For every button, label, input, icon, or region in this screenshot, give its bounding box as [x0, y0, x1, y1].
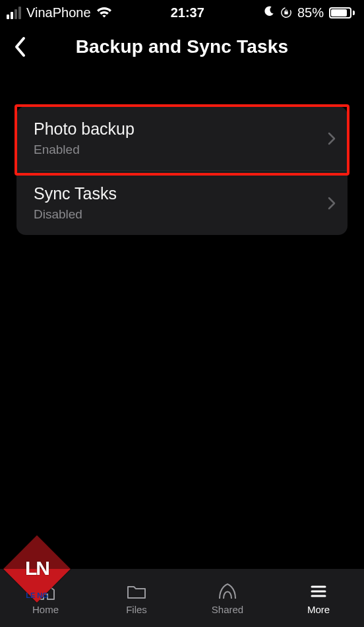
- nav-header: Backup and Sync Tasks: [0, 25, 364, 69]
- tab-home[interactable]: Home: [0, 569, 91, 627]
- home-icon: [34, 581, 57, 601]
- menu-icon: [307, 581, 330, 601]
- tab-label: More: [307, 604, 330, 615]
- row-texts: Photo backup Enabled: [34, 119, 328, 157]
- content: Photo backup Enabled Sync Tasks Disabled: [0, 69, 364, 235]
- tab-label: Home: [32, 604, 59, 615]
- page-title: Backup and Sync Tasks: [0, 36, 364, 57]
- battery-icon: [329, 7, 355, 18]
- shared-icon: [216, 581, 239, 601]
- row-subtitle: Disabled: [34, 207, 328, 222]
- tab-label: Files: [126, 604, 147, 615]
- battery-percent-label: 85%: [297, 5, 324, 20]
- do-not-disturb-icon: [263, 5, 275, 20]
- clock-label: 21:37: [171, 5, 204, 20]
- chevron-right-icon: [328, 197, 336, 210]
- cellular-signal-icon: [7, 7, 21, 19]
- row-title: Sync Tasks: [34, 184, 328, 203]
- battery-fill: [331, 9, 347, 16]
- row-subtitle: Enabled: [34, 143, 328, 157]
- chevron-left-icon: [13, 36, 26, 58]
- tab-more[interactable]: More: [273, 569, 364, 627]
- tab-bar: Home Files Shared More: [0, 569, 364, 627]
- photo-backup-row[interactable]: Photo backup Enabled: [16, 106, 348, 170]
- tab-shared[interactable]: Shared: [182, 569, 273, 627]
- carrier-label: VinaPhone: [26, 5, 91, 20]
- settings-card: Photo backup Enabled Sync Tasks Disabled: [16, 106, 348, 235]
- wifi-icon: [96, 7, 112, 18]
- chevron-right-icon: [328, 132, 336, 145]
- row-texts: Sync Tasks Disabled: [34, 184, 328, 222]
- row-title: Photo backup: [34, 119, 328, 139]
- folder-icon: [125, 581, 148, 601]
- status-bar: VinaPhone 21:37 85%: [0, 0, 364, 25]
- rotation-lock-icon: [280, 7, 292, 18]
- tab-files[interactable]: Files: [91, 569, 182, 627]
- status-left: VinaPhone: [7, 5, 112, 20]
- sync-tasks-row[interactable]: Sync Tasks Disabled: [34, 170, 348, 235]
- tab-label: Shared: [212, 604, 243, 615]
- back-button[interactable]: [7, 34, 33, 60]
- status-right: 85%: [263, 5, 355, 20]
